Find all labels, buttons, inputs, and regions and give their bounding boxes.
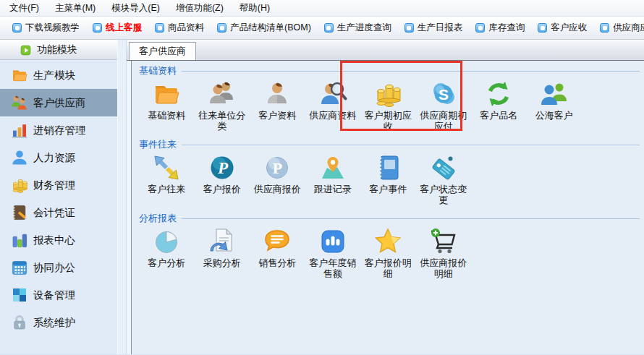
sidebar-item-office[interactable]: 协同办公: [0, 254, 117, 281]
report-bars-icon: [11, 231, 28, 249]
toolbar-item-online-service[interactable]: 线上客服: [86, 22, 148, 34]
folder-orange-icon: [151, 78, 182, 110]
feature-grid: 客户分析采购分析销售分析客户年度销售额客户报价明细供应商报价明细: [139, 226, 640, 279]
feature-customer-product[interactable]: 客户品名: [471, 78, 527, 121]
feature-item-label: 客户往来: [148, 184, 185, 194]
feature-customer-contact[interactable]: 客户往来: [139, 152, 195, 194]
toolbar-item-label: 生产进度查询: [337, 22, 391, 34]
feature-sales-analysis[interactable]: 销售分析: [250, 226, 305, 268]
feature-contact-category[interactable]: 往来单位分类: [195, 78, 250, 132]
toolbar-item-bom[interactable]: 产品结构清单(BOM): [211, 22, 318, 34]
book-pencil-icon: [11, 204, 28, 221]
toolbar-item-download-video[interactable]: 下载视频教学: [6, 22, 86, 34]
feature-basic-info[interactable]: 基础资料: [139, 78, 195, 121]
menu-item-help[interactable]: 帮助(H): [232, 0, 278, 16]
sidebar-item-label: 会计凭证: [33, 206, 75, 220]
people-blue-green-icon: [538, 78, 570, 110]
checkbox-icon[interactable]: [155, 23, 164, 33]
checkbox-icon[interactable]: [217, 23, 226, 33]
menu-bar: 文件(F)主菜单(M)模块导入(E)增值功能(Z)帮助(H): [0, 0, 644, 17]
menu-item-main-menu[interactable]: 主菜单(M): [47, 0, 103, 16]
person-gray-icon: [261, 78, 293, 110]
feature-customer-quote[interactable]: P客户报价: [195, 152, 250, 194]
checkbox-inner: [478, 26, 483, 30]
person-search-icon: [317, 78, 349, 110]
feature-item-label: 客户报价: [203, 184, 241, 194]
sidebar-item-equipment[interactable]: 设备管理: [0, 281, 117, 309]
toolbar-item-inventory-query[interactable]: 库存查询: [469, 22, 531, 34]
feature-purchase-analysis[interactable]: 采购分析: [195, 226, 250, 268]
feature-supplier-quote[interactable]: P供应商报价: [250, 152, 305, 194]
feature-item-label: 跟进记录: [314, 184, 352, 194]
feature-customer-quote-detail[interactable]: 客户报价明细: [360, 226, 416, 279]
feature-supplier-opening-payable[interactable]: S供应商期初应付: [416, 78, 472, 132]
feature-customer-status-change[interactable]: 客户状态变更: [416, 152, 472, 205]
checkbox-icon[interactable]: [404, 23, 414, 33]
section-divider-line: [182, 218, 640, 219]
toolbar-item-supplier-payable[interactable]: 供应商应付: [593, 22, 644, 34]
sidebar-item-voucher[interactable]: 会计凭证: [0, 199, 117, 226]
sidebar-item-production[interactable]: 生产模块: [0, 61, 117, 89]
coins-gold-icon: [372, 78, 404, 110]
checkbox-icon[interactable]: [93, 23, 102, 33]
feature-follow-record[interactable]: 跟进记录: [305, 152, 361, 194]
folder-orange-icon: [11, 67, 28, 84]
section-title: 事件往来: [139, 138, 177, 151]
quick-toolbar: 下载视频教学线上客服商品资料产品结构清单(BOM)生产进度查询生产日报表库存查询…: [0, 17, 644, 40]
checkbox-inner: [220, 26, 224, 30]
people-gray-icon: [206, 78, 238, 110]
sidebar-item-label: 客户供应商: [33, 96, 86, 110]
menu-item-file[interactable]: 文件(F): [1, 0, 47, 16]
feature-item-label: 供应商报价明细: [418, 257, 469, 279]
feature-public-customer[interactable]: 公海客户: [527, 78, 582, 121]
checkbox-icon[interactable]: [475, 23, 485, 33]
sidebar-header[interactable]: 功能模块: [0, 40, 117, 60]
feature-customer-info[interactable]: 客户资料: [250, 78, 305, 121]
feature-grid: 基础资料往来单位分类客户资料供应商资料客户期初应收S供应商期初应付客户品名公海客…: [139, 78, 640, 132]
checkbox-icon[interactable]: [12, 23, 22, 33]
toolbar-item-product-info[interactable]: 商品资料: [148, 22, 211, 34]
sidebar-item-inventory[interactable]: 进销存管理: [0, 116, 117, 144]
feature-customer-event[interactable]: 客户事件: [360, 152, 416, 194]
feature-item-label: 往来单位分类: [197, 110, 247, 132]
toolbar-item-label: 产品结构清单(BOM): [230, 22, 311, 34]
toolbar-item-production-daily[interactable]: 生产日报表: [398, 22, 470, 34]
toolbar-item-label: 库存查询: [488, 22, 525, 34]
checkbox-inner: [407, 26, 411, 30]
feature-customer-analysis[interactable]: 客户分析: [139, 226, 195, 268]
feature-item-label: 客户分析: [148, 257, 185, 268]
feature-customer-annual-sales[interactable]: 客户年度销售额: [305, 226, 361, 279]
toolbar-item-customer-receivable[interactable]: 客户应收: [531, 22, 593, 34]
sidebar-item-label: 进销存管理: [33, 124, 86, 137]
checkbox-inner: [541, 26, 545, 30]
checkbox-icon[interactable]: [538, 23, 547, 33]
notebook-blue-icon: [372, 152, 404, 184]
checkbox-inner: [15, 26, 20, 30]
checkbox-icon[interactable]: [324, 23, 334, 33]
menu-item-value-added[interactable]: 增值功能(Z): [168, 0, 232, 16]
arrows-exchange-icon: [151, 152, 182, 184]
sidebar-item-hr[interactable]: 人力资源: [0, 144, 117, 171]
menu-item-module-import[interactable]: 模块导入(E): [103, 0, 168, 16]
checkbox-inner: [96, 26, 100, 30]
toolbar-item-production-progress[interactable]: 生产进度查询: [318, 22, 398, 34]
checkbox-icon[interactable]: [600, 23, 609, 33]
sidebar-item-maintenance[interactable]: 系统维护: [0, 309, 117, 336]
sidebar-item-finance[interactable]: 财务管理: [0, 171, 117, 199]
sidebar-item-report-center[interactable]: 报表中心: [0, 226, 117, 254]
feature-item-label: 公海客户: [535, 110, 573, 121]
coins-gold-icon: [11, 176, 28, 194]
tab-strip: 客户供应商: [127, 40, 644, 61]
sidebar-item-customer-supplier[interactable]: 客户供应商: [0, 89, 117, 116]
toolbar-item-label: 商品资料: [168, 22, 204, 34]
squares-blue-icon: [11, 286, 28, 304]
feature-supplier-info[interactable]: 供应商资料: [305, 78, 361, 121]
feature-item-label: 供应商期初应付: [418, 110, 469, 132]
section-title: 分析报表: [139, 212, 177, 225]
feature-supplier-quote-detail[interactable]: 供应商报价明细: [416, 226, 472, 279]
tab-customer-supplier[interactable]: 客户供应商: [129, 42, 196, 60]
feature-customer-opening-receivable[interactable]: 客户期初应收: [360, 78, 416, 132]
sidebar-item-label: 人力资源: [33, 151, 75, 165]
sidebar-splitter[interactable]: [117, 40, 127, 354]
checkbox-inner: [326, 26, 331, 30]
